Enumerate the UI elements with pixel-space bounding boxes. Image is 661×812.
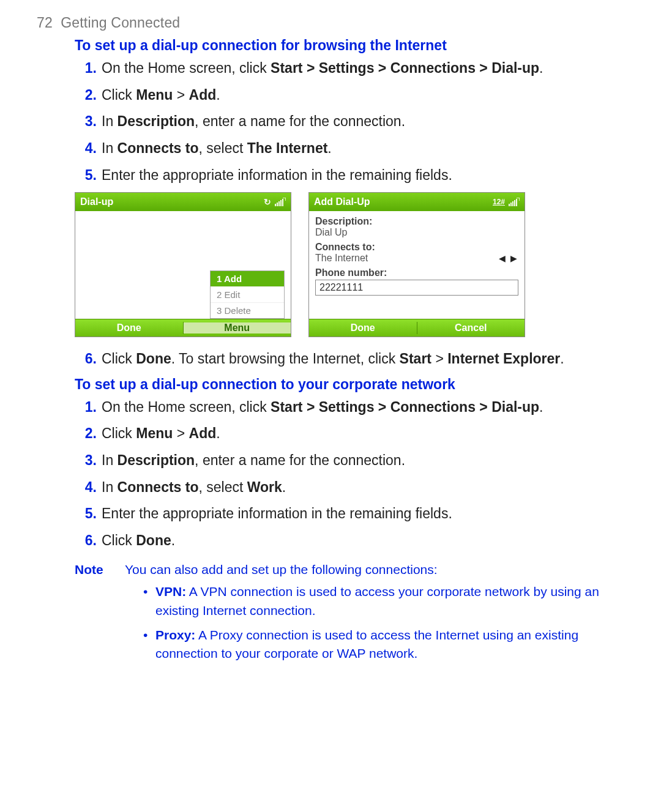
note-item-vpn: VPN: A VPN connection is used to access …	[141, 583, 624, 620]
softkey-done[interactable]: Done	[75, 322, 183, 333]
steps-list-1: 1. On the Home screen, click Start > Set…	[75, 58, 624, 186]
note-intro: You can also add and set up the followin…	[125, 561, 438, 579]
screenshots-row: Dial-up ↻ 1 Add 2 Edit 3 Delete Done	[75, 192, 624, 337]
status-icons: ↻	[264, 197, 286, 207]
step-item: 1. On the Home screen, click Start > Set…	[75, 58, 624, 80]
svg-rect-8	[514, 200, 515, 206]
step-item: 2. Click Menu > Add.	[75, 84, 624, 106]
svg-rect-6	[510, 203, 512, 206]
softkey-menu[interactable]: Menu	[184, 322, 291, 333]
section-title-1: To set up a dial-up connection for brows…	[75, 37, 624, 54]
note-term: Proxy:	[155, 628, 195, 642]
step-body: Click Done. To start browsing the Intern…	[102, 348, 624, 370]
svg-rect-2	[278, 201, 280, 206]
status-icons: 12#	[493, 198, 520, 206]
step-marker: 2.	[75, 423, 97, 445]
svg-rect-7	[512, 201, 513, 206]
step-body: In Description, enter a name for the con…	[102, 111, 624, 133]
steps-list-1b: 6. Click Done. To start browsing the Int…	[75, 348, 624, 370]
step-body: Click Menu > Add.	[102, 84, 624, 106]
note-term: VPN:	[155, 584, 186, 598]
section-title-2: To set up a dial-up connection to your c…	[75, 376, 624, 393]
note-block: Note You can also add and set up the fol…	[75, 561, 624, 579]
left-right-arrows-icon: ◀ ▶	[499, 253, 518, 263]
step-body: Enter the appropriate information in the…	[102, 503, 624, 525]
step-item: 4. In Connects to, select Work.	[75, 477, 624, 499]
svg-rect-1	[277, 203, 278, 206]
step-item: 2. Click Menu > Add.	[75, 423, 624, 445]
step-marker: 1.	[75, 58, 97, 80]
step-marker: 4.	[75, 138, 97, 160]
connects-to-selector[interactable]: The Internet ◀ ▶	[315, 253, 518, 264]
note-text: A Proxy connection is used to access the…	[155, 628, 578, 660]
step-marker: 3.	[75, 450, 97, 472]
page-number: 72	[37, 15, 53, 31]
step-marker: 6.	[75, 348, 97, 370]
menu-item-delete[interactable]: 3 Delete	[211, 303, 284, 318]
phone-number-label: Phone number:	[315, 267, 518, 278]
svg-rect-4	[282, 199, 283, 206]
svg-rect-3	[280, 200, 282, 206]
note-text: A VPN connection is used to access your …	[155, 584, 599, 617]
dialup-screen: Dial-up ↻ 1 Add 2 Edit 3 Delete Done	[75, 192, 291, 337]
chapter-title: Getting Connected	[61, 15, 180, 31]
step-body: On the Home screen, click Start > Settin…	[102, 397, 624, 419]
step-marker: 6.	[75, 530, 97, 552]
add-dialup-screen: Add Dial-Up 12# Description: Dial Up Con…	[308, 192, 525, 337]
signal-icon	[509, 198, 520, 206]
description-value[interactable]: Dial Up	[315, 227, 518, 238]
svg-rect-5	[509, 204, 510, 206]
svg-rect-9	[516, 199, 517, 206]
menu-item-add[interactable]: 1 Add	[211, 271, 284, 287]
step-marker: 2.	[75, 84, 97, 106]
step-marker: 4.	[75, 477, 97, 499]
softkey-done[interactable]: Done	[309, 322, 417, 333]
step-body: Enter the appropriate information in the…	[102, 165, 624, 187]
step-body: Click Menu > Add.	[102, 423, 624, 445]
phone-number-input[interactable]: 22221111	[315, 280, 518, 296]
note-list: VPN: A VPN connection is used to access …	[141, 583, 624, 663]
step-item: 3. In Description, enter a name for the …	[75, 111, 624, 133]
keypad-indicator: 12#	[493, 198, 505, 206]
step-item: 4. In Connects to, select The Internet.	[75, 138, 624, 160]
screen-title: Dial-up	[80, 196, 113, 207]
step-marker: 5.	[75, 165, 97, 187]
step-item: 6. Click Done.	[75, 530, 624, 552]
step-item: 5. Enter the appropriate information in …	[75, 165, 624, 187]
step-body: In Description, enter a name for the con…	[102, 450, 624, 472]
step-marker: 1.	[75, 397, 97, 419]
step-body: In Connects to, select Work.	[102, 477, 624, 499]
menu-item-edit[interactable]: 2 Edit	[211, 287, 284, 303]
titlebar: Add Dial-Up 12#	[309, 193, 525, 211]
screen-body: 1 Add 2 Edit 3 Delete	[75, 211, 291, 319]
step-body: On the Home screen, click Start > Settin…	[102, 58, 624, 80]
step-marker: 3.	[75, 111, 97, 133]
connects-to-label: Connects to:	[315, 242, 518, 253]
context-menu: 1 Add 2 Edit 3 Delete	[210, 270, 285, 319]
note-label: Note	[75, 561, 125, 579]
steps-list-2: 1. On the Home screen, click Start > Set…	[75, 397, 624, 552]
step-item: 5. Enter the appropriate information in …	[75, 503, 624, 525]
step-body: Click Done.	[102, 530, 624, 552]
step-item: 6. Click Done. To start browsing the Int…	[75, 348, 624, 370]
connects-to-value: The Internet	[315, 253, 368, 264]
softkey-bar: Done Cancel	[309, 319, 525, 337]
softkey-bar: Done Menu	[75, 319, 291, 337]
page-header: 72 Getting Connected	[37, 15, 624, 31]
softkey-cancel[interactable]: Cancel	[417, 322, 525, 333]
signal-icon	[275, 198, 286, 206]
screen-title: Add Dial-Up	[314, 196, 370, 207]
titlebar: Dial-up ↻	[75, 193, 291, 211]
description-label: Description:	[315, 216, 518, 227]
sync-icon: ↻	[264, 197, 271, 207]
step-marker: 5.	[75, 503, 97, 525]
step-body: In Connects to, select The Internet.	[102, 138, 624, 160]
step-item: 1. On the Home screen, click Start > Set…	[75, 397, 624, 419]
screen-body: Description: Dial Up Connects to: The In…	[309, 211, 525, 319]
note-item-proxy: Proxy: A Proxy connection is used to acc…	[141, 626, 624, 663]
step-item: 3. In Description, enter a name for the …	[75, 450, 624, 472]
svg-rect-0	[275, 204, 276, 206]
